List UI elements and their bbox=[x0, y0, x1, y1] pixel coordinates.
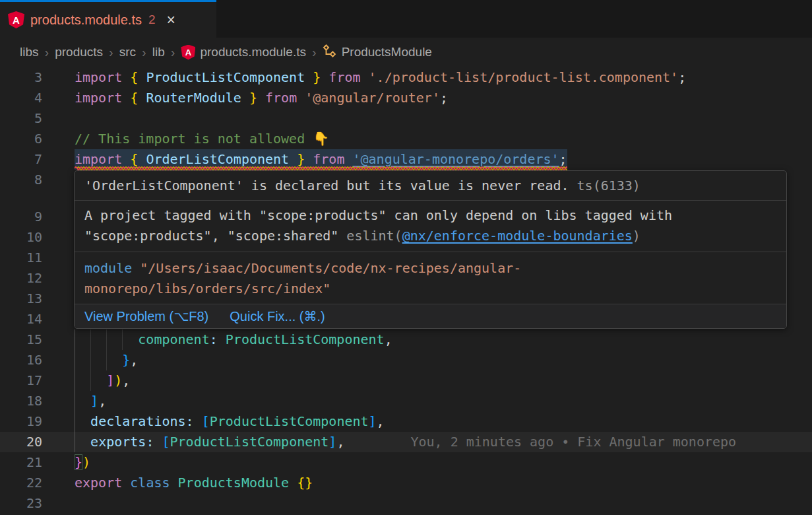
eslint-message-line2: "scope:products", "scope:shared" bbox=[84, 228, 346, 244]
ts-error-message: 'OrderListComponent' is declared but its… bbox=[84, 178, 569, 193]
code-line-15[interactable]: 15 component: ProductListComponent, bbox=[0, 329, 812, 350]
code-line-22[interactable]: 22export class ProductsModule {} bbox=[0, 473, 812, 493]
line-number: 23 bbox=[0, 493, 42, 514]
code-line-6[interactable]: 6// This import is not allowed 👇 bbox=[0, 129, 812, 149]
import-path-link[interactable]: '@angular-monorepo/orders' bbox=[352, 151, 559, 167]
indent-guide bbox=[90, 370, 91, 391]
tab-products-module[interactable]: A products.module.ts 2 × bbox=[0, 0, 216, 38]
breadcrumb-separator: › bbox=[109, 45, 113, 60]
breadcrumb-item-libs[interactable]: libs bbox=[20, 45, 39, 59]
code-line-19[interactable]: 19 declarations: [ProductListComponent], bbox=[0, 411, 812, 432]
code-line-3[interactable]: 3import { ProductListComponent } from '.… bbox=[0, 67, 812, 88]
breadcrumb-item-lib[interactable]: lib bbox=[152, 45, 165, 59]
hover-module-info: module "/Users/isaac/Documents/code/nx-r… bbox=[75, 252, 786, 304]
breadcrumb-item-src[interactable]: src bbox=[119, 45, 136, 59]
code-line-17[interactable]: 17 ]), bbox=[0, 370, 812, 391]
eslint-source-suffix: ) bbox=[633, 228, 640, 244]
line-number: 6 bbox=[0, 129, 42, 149]
line-number: 18 bbox=[0, 391, 42, 411]
active-indent-guide bbox=[75, 370, 75, 391]
code-line-23[interactable]: 23 bbox=[0, 493, 812, 514]
line-number: 12 bbox=[0, 268, 42, 289]
line-number: 22 bbox=[0, 473, 42, 493]
indent-guide bbox=[90, 329, 91, 350]
active-indent-guide bbox=[75, 329, 75, 350]
line-number: 16 bbox=[0, 350, 42, 370]
line-number: 13 bbox=[0, 289, 42, 309]
line-number: 17 bbox=[0, 370, 42, 391]
hover-ts-error: 'OrderListComponent' is declared but its… bbox=[75, 171, 786, 201]
breadcrumb-item-products[interactable]: products bbox=[55, 45, 103, 59]
line-number: 5 bbox=[0, 108, 42, 129]
eslint-source-prefix: eslint( bbox=[346, 228, 402, 244]
view-problem-link[interactable]: View Problem (⌥F8) bbox=[84, 308, 208, 324]
code-line-5[interactable]: 5 bbox=[0, 108, 812, 129]
highlighted-import-statement: import { OrderListComponent } from '@ang… bbox=[75, 149, 567, 170]
breadcrumb-item-productsmodule[interactable]: ProductsModule bbox=[323, 44, 432, 61]
code-line-4[interactable]: 4import { RouterModule } from '@angular/… bbox=[0, 88, 812, 108]
hover-eslint-error: A project tagged with "scope:products" c… bbox=[75, 201, 786, 252]
breadcrumb-separator: › bbox=[45, 45, 49, 60]
tab-title: products.module.ts bbox=[30, 13, 142, 28]
line-number: 11 bbox=[0, 248, 42, 268]
line-number: 15 bbox=[0, 329, 42, 350]
active-indent-guide bbox=[75, 391, 75, 411]
line-number: 3 bbox=[0, 67, 42, 88]
eslint-message-line1: A project tagged with "scope:products" c… bbox=[84, 207, 672, 223]
indent-guide bbox=[122, 329, 123, 350]
code-line-21[interactable]: 21}) bbox=[0, 452, 812, 473]
code-editor[interactable]: 3import { ProductListComponent } from '.… bbox=[0, 67, 812, 515]
tab-bar: A products.module.ts 2 × bbox=[0, 0, 812, 38]
breadcrumb: libs›products›src›lib›Aproducts.module.t… bbox=[0, 38, 812, 67]
breadcrumb-separator: › bbox=[312, 45, 317, 60]
line-number: 8 bbox=[0, 170, 42, 190]
line-number: 10 bbox=[0, 227, 42, 248]
line-number: 19 bbox=[0, 411, 42, 432]
hover-actions: View Problem (⌥F8) Quick Fix... (⌘.) bbox=[75, 304, 786, 328]
code-line-7[interactable]: 7import { OrderListComponent } from '@an… bbox=[0, 149, 812, 170]
ts-error-code: ts(6133) bbox=[569, 178, 640, 193]
code-line-20[interactable]: 20 exports: [ProductListComponent],You, … bbox=[0, 432, 812, 452]
hover-popup: 'OrderListComponent' is declared but its… bbox=[74, 170, 787, 329]
line-number: 20 bbox=[0, 432, 42, 452]
git-blame-annotation: You, 2 minutes ago • Fix Angular monorep… bbox=[410, 434, 736, 450]
active-indent-guide bbox=[75, 411, 75, 432]
module-path-line2: monorepo/libs/orders/src/index" bbox=[84, 281, 330, 296]
active-indent-guide bbox=[75, 350, 75, 370]
line-number: 14 bbox=[0, 309, 42, 329]
angular-icon: A bbox=[181, 45, 195, 60]
breadcrumb-separator: › bbox=[142, 45, 146, 60]
quick-fix-link[interactable]: Quick Fix... (⌘.) bbox=[230, 308, 325, 324]
indent-guide bbox=[106, 329, 107, 350]
indent-guide bbox=[90, 350, 91, 370]
line-number: 4 bbox=[0, 88, 42, 108]
close-icon[interactable]: × bbox=[167, 13, 175, 28]
vscode-window: A products.module.ts 2 × libs›products›s… bbox=[0, 0, 812, 515]
code-line-16[interactable]: 16 }, bbox=[0, 350, 812, 370]
active-indent-guide bbox=[75, 432, 75, 452]
indent-guide bbox=[106, 350, 107, 370]
angular-icon: A bbox=[8, 11, 24, 28]
module-path-line1: "/Users/isaac/Documents/code/nx-recipes/… bbox=[132, 260, 521, 276]
line-number: 9 bbox=[0, 207, 42, 227]
code-line-18[interactable]: 18 ], bbox=[0, 391, 812, 411]
class-icon bbox=[323, 44, 337, 61]
tab-error-badge: 2 bbox=[148, 13, 156, 27]
module-keyword: module bbox=[84, 260, 132, 276]
line-number: 21 bbox=[0, 452, 42, 473]
breadcrumb-item-products-module-ts[interactable]: Aproducts.module.ts bbox=[181, 45, 306, 60]
line-number: 7 bbox=[0, 149, 42, 170]
eslint-rule-link[interactable]: @nx/enforce-module-boundaries bbox=[402, 228, 633, 244]
breadcrumb-separator: › bbox=[171, 45, 175, 60]
